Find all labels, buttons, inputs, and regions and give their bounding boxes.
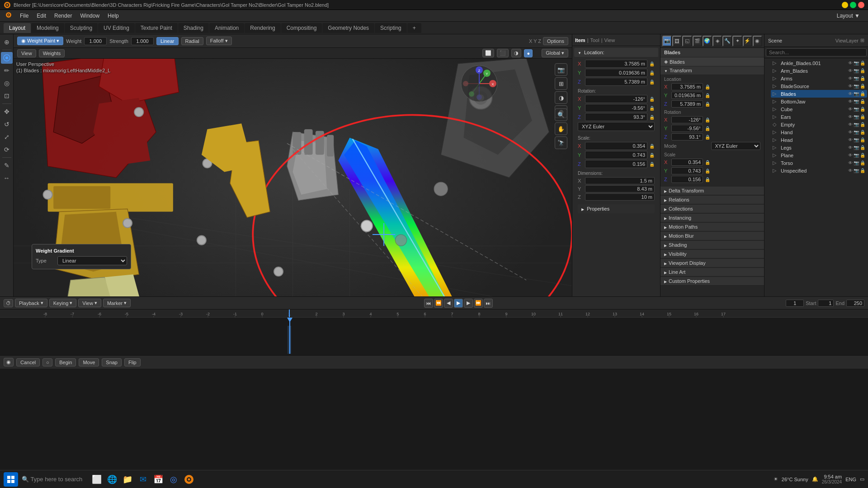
current-frame-display[interactable]: 1 bbox=[786, 300, 804, 307]
menu-edit[interactable]: Edit bbox=[33, 12, 50, 20]
lock-icon-1[interactable]: 🔒 bbox=[860, 61, 865, 66]
camera-icon-11[interactable]: 📷 bbox=[854, 137, 859, 142]
custom-properties-header[interactable]: Custom Properties bbox=[660, 277, 764, 286]
tab-texture-paint[interactable]: Texture Paint bbox=[135, 23, 178, 33]
dim-y[interactable]: 8.43 m bbox=[585, 185, 655, 192]
weights-button[interactable]: Weights bbox=[39, 49, 65, 57]
ol-legs[interactable]: ▷ Legs 👁 📷 🔒 bbox=[771, 144, 867, 151]
prev-keyframe-button[interactable]: ⏪ bbox=[434, 299, 443, 308]
ol-blade-source[interactable]: ▷ BladeSource 👁 📷 🔒 bbox=[771, 82, 867, 90]
strength-value[interactable]: 1.000 bbox=[131, 37, 154, 45]
camera-icon-9[interactable]: 📷 bbox=[854, 122, 859, 127]
playback-button[interactable]: Playback ▾ bbox=[15, 299, 47, 307]
prop-transform-header[interactable]: Transform bbox=[660, 66, 764, 75]
eye-icon-3[interactable]: 👁 bbox=[848, 76, 853, 81]
next-keyframe-button[interactable]: ⏩ bbox=[474, 299, 483, 308]
view-layer-props-icon[interactable]: ◱ bbox=[682, 36, 692, 47]
eye-icon-6[interactable]: 👁 bbox=[848, 99, 853, 104]
lock-icon-15[interactable]: 🔒 bbox=[860, 168, 865, 173]
timeline-content[interactable]: -8 -7 -6 -5 -4 -3 -2 -1 0 1 2 3 4 5 6 7 bbox=[0, 310, 868, 355]
radial-button[interactable]: Radial bbox=[181, 37, 203, 45]
zoom-out-button[interactable]: 🔭 bbox=[555, 136, 567, 149]
chrome-icon[interactable]: ◎ bbox=[166, 472, 181, 487]
scene-props-icon[interactable]: 🎬 bbox=[693, 36, 702, 47]
ol-empty[interactable]: ◇ Empty 👁 📷 🔒 bbox=[771, 121, 867, 128]
tab-uv-editing[interactable]: UV Editing bbox=[98, 23, 135, 33]
ol-arms[interactable]: ▷ Arms 👁 📷 🔒 bbox=[771, 75, 867, 82]
eye-icon-13[interactable]: 👁 bbox=[848, 153, 853, 158]
rotation-z-lock[interactable]: 🔒 bbox=[649, 115, 655, 120]
end-frame[interactable]: 250 bbox=[846, 300, 864, 307]
begin-button[interactable]: Begin bbox=[55, 358, 76, 366]
physics-props-icon[interactable]: ⚡ bbox=[743, 36, 752, 47]
cancel-button[interactable]: Cancel bbox=[16, 358, 40, 366]
rendered-button[interactable]: ● bbox=[524, 49, 533, 57]
properties-subsection[interactable]: Properties bbox=[578, 204, 655, 213]
lock-icon-9[interactable]: 🔒 bbox=[860, 122, 865, 127]
zoom-in-button[interactable]: 🔍 bbox=[555, 108, 567, 121]
view-button-tl[interactable]: View ▾ bbox=[78, 299, 101, 307]
ol-plane[interactable]: ▷ Plane 👁 📷 🔒 bbox=[771, 151, 867, 159]
perspective-toggle[interactable]: ⊞ bbox=[555, 77, 567, 90]
notification-icon[interactable]: 🔔 bbox=[812, 476, 818, 482]
tab-rendering[interactable]: Rendering bbox=[245, 23, 280, 33]
camera-icon-14[interactable]: 📷 bbox=[854, 160, 859, 165]
scale-z[interactable]: 0.156 bbox=[585, 160, 647, 168]
location-x-lock[interactable]: 🔒 bbox=[649, 61, 655, 66]
flip-button[interactable]: Flip bbox=[124, 358, 141, 366]
eye-icon-10[interactable]: 👁 bbox=[848, 130, 853, 135]
type-dropdown[interactable]: Linear Radial bbox=[57, 256, 127, 265]
instancing-header[interactable]: Instancing bbox=[660, 214, 764, 222]
begin-icon[interactable]: ○ bbox=[42, 358, 52, 366]
falloff-button[interactable]: Falloff ▾ bbox=[206, 37, 232, 45]
calendar-icon[interactable]: 📅 bbox=[151, 472, 165, 487]
timeline-mode-btn[interactable]: ⏱ bbox=[4, 299, 13, 307]
tab-geometry-nodes[interactable]: Geometry Nodes bbox=[322, 23, 374, 33]
eye-icon-8[interactable]: 👁 bbox=[848, 114, 853, 119]
tool-label[interactable]: Tool bbox=[590, 38, 599, 43]
view-button[interactable]: View bbox=[17, 49, 36, 57]
prop-rotation-y[interactable]: -9.56° bbox=[671, 125, 703, 132]
particles-props-icon[interactable]: ✦ bbox=[732, 36, 742, 47]
lock-icon-3[interactable]: 🔒 bbox=[860, 76, 865, 81]
prop-rot-x-lock[interactable]: 🔒 bbox=[705, 117, 710, 122]
camera-icon-6[interactable]: 📷 bbox=[854, 99, 859, 104]
mode-selector[interactable]: ◉ Weight Paint ▾ bbox=[17, 37, 63, 45]
lock-icon-13[interactable]: 🔒 bbox=[860, 153, 865, 158]
jump-end-button[interactable]: ⏭ bbox=[484, 299, 493, 308]
lock-icon-4[interactable]: 🔒 bbox=[860, 84, 865, 89]
menu-help[interactable]: Help bbox=[104, 12, 123, 20]
camera-icon-7[interactable]: 📷 bbox=[854, 107, 859, 112]
tab-sculpting[interactable]: Sculpting bbox=[65, 23, 98, 33]
viewport-display-header[interactable]: Viewport Display bbox=[660, 259, 764, 267]
snap-button[interactable]: Snap bbox=[102, 358, 122, 366]
motion-blur-header[interactable]: Motion Blur bbox=[660, 232, 764, 240]
lock-icon-14[interactable]: 🔒 bbox=[860, 160, 865, 165]
world-props-icon[interactable]: 🌍 bbox=[703, 36, 712, 47]
transform-header[interactable]: Location: bbox=[574, 48, 658, 57]
prop-rot-y-lock[interactable]: 🔒 bbox=[705, 126, 710, 131]
location-y-lock[interactable]: 🔒 bbox=[649, 70, 655, 75]
location-x[interactable]: 3.7585 m bbox=[585, 60, 647, 68]
ol-ankle-blades[interactable]: ▷ Ankle_Blades.001 👁 📷 🔒 bbox=[771, 59, 867, 67]
camera-icon-10[interactable]: 📷 bbox=[854, 130, 859, 135]
output-props-icon[interactable]: 🖼 bbox=[672, 36, 682, 47]
delta-transform-header[interactable]: Delta Transform bbox=[660, 187, 764, 195]
material-preview-button[interactable]: ◑ bbox=[511, 49, 521, 57]
viewport-canvas[interactable]: User Perspective (1) Blades : mixamorig:… bbox=[14, 59, 572, 296]
camera-icon-5[interactable]: 📷 bbox=[854, 91, 859, 96]
weight-paint-tool[interactable] bbox=[1, 52, 13, 64]
start-button[interactable] bbox=[4, 472, 18, 487]
ol-blades[interactable]: ▷ Blades 👁 📷 🔒 bbox=[771, 90, 867, 98]
tab-scripting[interactable]: Scripting bbox=[375, 23, 407, 33]
ol-arm-blades[interactable]: ▷ Arm_Blades 👁 📷 🔒 bbox=[771, 67, 867, 75]
eye-icon-1[interactable]: 👁 bbox=[848, 61, 853, 66]
ol-ears[interactable]: ▷ Ears 👁 📷 🔒 bbox=[771, 113, 867, 121]
linear-button[interactable]: Linear bbox=[156, 37, 179, 45]
scale-y-lock[interactable]: 🔒 bbox=[649, 153, 655, 158]
ol-hand[interactable]: ▷ Hand 👁 📷 🔒 bbox=[771, 128, 867, 136]
prop-location-z[interactable]: 5.7389 m bbox=[671, 100, 703, 108]
weight-value[interactable]: 1.000 bbox=[84, 37, 107, 45]
prop-loc-y-lock[interactable]: 🔒 bbox=[705, 93, 710, 98]
object-props-icon[interactable]: ◈ bbox=[712, 36, 722, 47]
